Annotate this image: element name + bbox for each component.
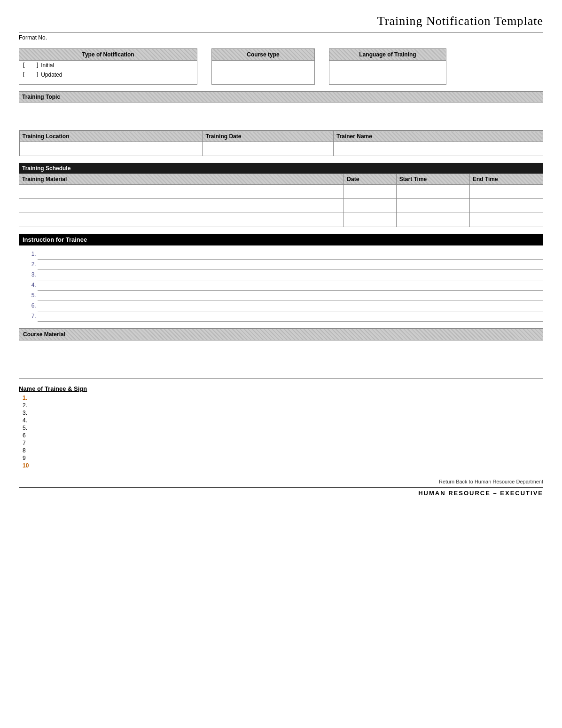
page-title: Training Notification Template [19,14,543,28]
trainee-item-10: 10 [23,462,543,469]
updated-bracket: [ ] [22,71,39,78]
initial-label: Initial [41,62,54,69]
trainee-item-3: 3. [23,409,543,417]
training-topic-data [19,103,543,131]
updated-row: [ ] Updated [19,70,197,79]
course-type-col: Course type [211,48,315,85]
type-of-notification-header: Type of Notification [19,49,197,61]
trainer-name-header: Trainer Name [333,131,543,142]
end-time-row2 [469,199,543,213]
trainee-item-1: 1. [23,394,543,402]
end-time-row1 [469,185,543,199]
trainee-item-5: 5. [23,424,543,432]
format-no-row: Format No. [19,32,543,41]
updated-label: Updated [41,71,62,78]
instruction-item-5 [38,291,543,301]
training-topic-table: Training Topic Training Location Trainin… [19,91,543,156]
type-of-notification-col: Type of Notification [ ] Initial [ ] Upd… [19,48,197,85]
date-row3 [344,213,397,227]
training-date-data [203,142,334,156]
trainee-item-2: 2. [23,402,543,409]
instruction-item-6 [38,301,543,311]
instruction-item-7 [38,311,543,322]
date-row2 [344,199,397,213]
training-location-header: Training Location [19,131,203,142]
training-location-data [19,142,203,156]
start-time-header: Start Time [396,174,469,185]
training-topic-header: Training Topic [19,92,543,103]
course-material-box: Course Material [19,328,543,379]
instruction-list [19,249,543,322]
training-schedule-header: Training Schedule [19,163,543,174]
start-time-row2 [396,199,469,213]
trainee-item-7: 7 [23,439,543,447]
instruction-item-4 [38,280,543,291]
language-of-training-header: Language of Training [329,49,446,61]
initial-row: [ ] Initial [19,61,197,70]
trainee-item-6: 6 [23,432,543,439]
training-material-header: Training Material [19,174,344,185]
course-type-header: Course type [212,49,314,61]
course-material-header: Course Material [19,329,543,340]
trainee-title: Name of Trainee & Sign [19,385,543,392]
return-note: Return Back to Human Resource Department [19,479,543,484]
training-date-header: Training Date [203,131,334,142]
material-row3 [19,213,344,227]
initial-bracket: [ ] [22,62,39,69]
course-type-body [212,61,314,84]
start-time-row1 [396,185,469,199]
footer-divider [19,487,543,488]
trainer-name-data [333,142,543,156]
trainee-section: Name of Trainee & Sign 1. 2. 3. 4. 5. 6 … [19,385,543,469]
footer-text: HUMAN RESOURCE – EXECUTIVE [19,490,543,497]
course-material-body [19,340,543,378]
date-header: Date [344,174,397,185]
end-time-header: End Time [469,174,543,185]
trainee-item-8: 8 [23,447,543,454]
material-row1 [19,185,344,199]
top-section: Type of Notification [ ] Initial [ ] Upd… [19,48,543,85]
instruction-header: Instruction for Trainee [19,234,543,245]
instruction-item-1 [38,249,543,260]
language-of-training-col: Language of Training [329,48,446,85]
end-time-row3 [469,213,543,227]
format-no-label: Format No. [19,34,47,41]
trainee-list: 1. 2. 3. 4. 5. 6 7 8 9 10 [19,394,543,469]
material-row2 [19,199,344,213]
start-time-row3 [396,213,469,227]
date-row1 [344,185,397,199]
instruction-item-2 [38,260,543,270]
trainee-item-9: 9 [23,454,543,462]
instruction-item-3 [38,270,543,280]
training-schedule-table: Training Schedule Training Material Date… [19,163,543,227]
location-date-trainer-table: Training Location Training Date Trainer … [19,131,543,156]
language-of-training-body [329,61,446,84]
trainee-item-4: 4. [23,417,543,424]
